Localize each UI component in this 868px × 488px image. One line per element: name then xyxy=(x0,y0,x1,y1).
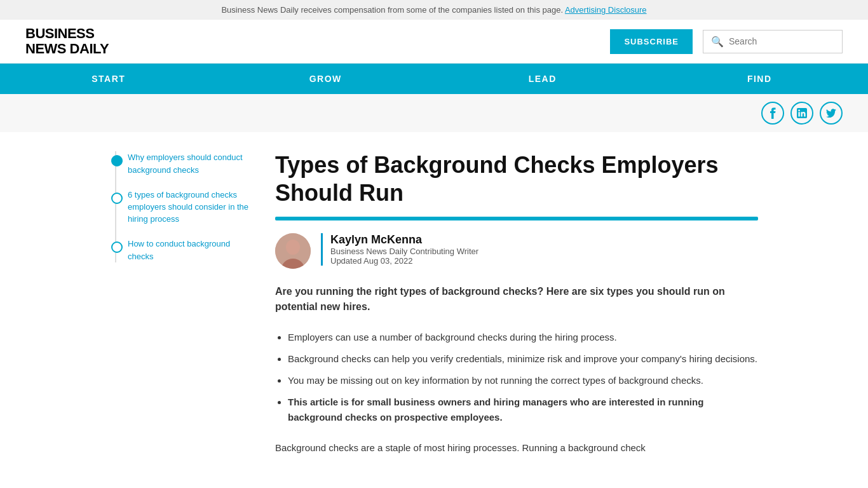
toc-link-1[interactable]: Why employers should conduct background … xyxy=(128,152,243,174)
toc-item-1: Why employers should conduct background … xyxy=(110,151,250,175)
header-right: SUBSCRIBE 🔍 xyxy=(610,29,843,54)
logo-line2: NEWS DAILY xyxy=(25,41,109,57)
twitter-icon[interactable] xyxy=(820,102,843,125)
main-content: Why employers should conduct background … xyxy=(85,151,783,455)
author-row: Kaylyn McKenna Business News Daily Contr… xyxy=(275,233,758,269)
top-banner: Business News Daily receives compensatio… xyxy=(0,0,868,20)
search-input[interactable] xyxy=(729,36,834,46)
social-row xyxy=(0,94,868,132)
bullet-3: You may be missing out on key informatio… xyxy=(288,373,758,388)
facebook-icon[interactable] xyxy=(761,102,784,125)
nav-lead[interactable]: LEAD xyxy=(434,64,651,94)
search-box[interactable]: 🔍 xyxy=(703,30,843,53)
bullet-4: This article is for small business owner… xyxy=(288,395,758,425)
article-bullets: Employers can use a number of background… xyxy=(288,330,758,425)
toc-list: Why employers should conduct background … xyxy=(110,151,250,262)
header: BUSINESS NEWS DAILY SUBSCRIBE 🔍 xyxy=(0,20,868,64)
nav-start[interactable]: START xyxy=(0,64,217,94)
svg-point-1 xyxy=(286,240,300,255)
nav-grow[interactable]: GROW xyxy=(217,64,435,94)
article-divider xyxy=(275,217,758,220)
banner-text: Business News Daily receives compensatio… xyxy=(221,5,563,15)
author-role: Business News Daily Contributing Writer xyxy=(330,247,478,256)
article-body: Background checks are a staple of most h… xyxy=(275,440,758,456)
sidebar-toc: Why employers should conduct background … xyxy=(110,151,250,455)
nav-find[interactable]: FIND xyxy=(651,64,869,94)
article-intro: Are you running the right types of backg… xyxy=(275,284,758,315)
logo-line1: BUSINESS xyxy=(25,25,94,41)
author-name: Kaylyn McKenna xyxy=(330,233,478,247)
author-date: Updated Aug 03, 2022 xyxy=(330,256,478,266)
article-body-start: Background checks are a staple of most h… xyxy=(275,442,646,453)
bullet-1: Employers can use a number of background… xyxy=(288,330,758,345)
author-info: Kaylyn McKenna Business News Daily Contr… xyxy=(321,233,478,266)
bullet-4-text: This article is for small business owner… xyxy=(288,396,703,423)
toc-item-3: How to conduct background checks xyxy=(110,238,250,262)
logo: BUSINESS NEWS DAILY xyxy=(25,26,109,57)
main-nav: START GROW LEAD FIND xyxy=(0,64,868,94)
subscribe-button[interactable]: SUBSCRIBE xyxy=(610,29,693,54)
article: Types of Background Checks Employers Sho… xyxy=(275,151,758,455)
bullet-2: Background checks can help you verify cr… xyxy=(288,351,758,367)
advertising-disclosure-link[interactable]: Advertising Disclosure xyxy=(565,5,647,15)
toc-item-2: 6 types of background checks employers s… xyxy=(110,189,250,226)
search-icon: 🔍 xyxy=(711,36,724,48)
toc-link-3[interactable]: How to conduct background checks xyxy=(128,239,230,261)
toc-link-2[interactable]: 6 types of background checks employers s… xyxy=(128,190,248,224)
linkedin-icon[interactable] xyxy=(790,102,813,125)
article-title: Types of Background Checks Employers Sho… xyxy=(275,151,758,206)
author-avatar xyxy=(275,233,311,269)
